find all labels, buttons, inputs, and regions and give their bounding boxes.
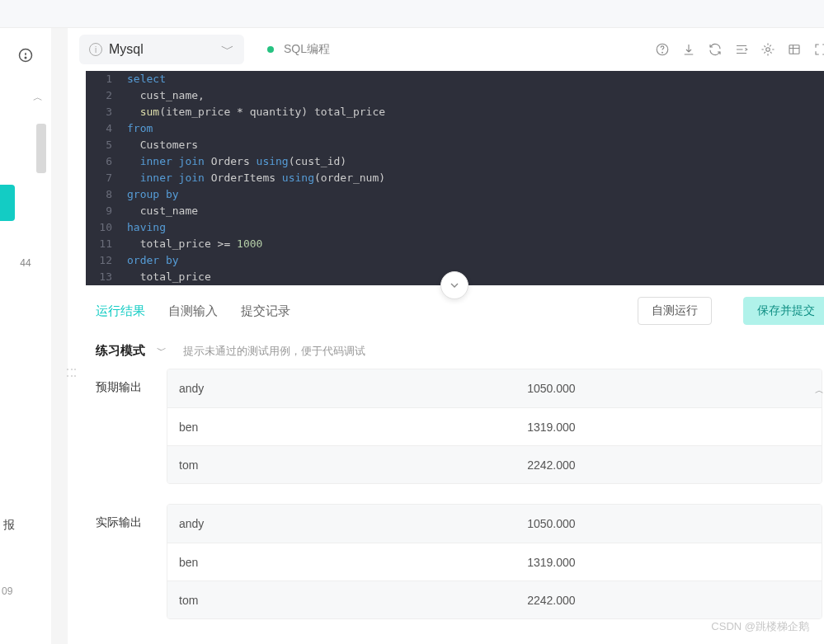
svg-rect-6 bbox=[789, 45, 799, 54]
refresh-icon[interactable] bbox=[707, 41, 723, 58]
code-line: 11 total_price >= 1000 bbox=[86, 236, 824, 252]
table-row: tom2242.000 bbox=[167, 445, 822, 483]
code-line: 12order by bbox=[86, 252, 824, 269]
mode-row: 练习模式 ﹀ 提示未通过的测试用例，便于代码调试 bbox=[68, 336, 824, 369]
left-small-number: 09 bbox=[2, 585, 12, 597]
editor-toolbar: i Mysql ﹀ SQL编程 bbox=[68, 28, 824, 71]
results-area: 预期输出 andy1050.000ben1319.000tom2242.000 … bbox=[68, 369, 824, 639]
left-accent-marker bbox=[0, 185, 15, 221]
download-icon[interactable] bbox=[680, 41, 697, 58]
mode-hint: 提示未通过的测试用例，便于代码调试 bbox=[183, 344, 365, 359]
collapse-handle[interactable] bbox=[440, 271, 469, 299]
status-dot-icon bbox=[267, 46, 274, 53]
svg-point-2 bbox=[25, 57, 26, 59]
code-line: 6 inner join Orders using(cust_id) bbox=[86, 153, 824, 170]
code-line: 4from bbox=[86, 120, 824, 137]
status-text: SQL编程 bbox=[284, 42, 330, 57]
chevron-down-icon: ﹀ bbox=[221, 41, 234, 59]
actual-output-table: andy1050.000ben1319.000tom2242.000 bbox=[167, 504, 822, 619]
svg-point-4 bbox=[662, 52, 663, 53]
database-name: Mysql bbox=[109, 42, 144, 57]
code-line: 3 sum(item_price * quantity) total_price bbox=[86, 104, 824, 120]
code-line: 7 inner join OrderItems using(order_num) bbox=[86, 170, 824, 186]
table-row: andy1050.000 bbox=[167, 505, 822, 543]
alert-icon[interactable] bbox=[16, 48, 35, 68]
chevron-down-icon[interactable]: ﹀ bbox=[157, 344, 167, 358]
mode-label: 练习模式 bbox=[96, 343, 145, 359]
code-line: 1select bbox=[86, 71, 824, 87]
actual-output-label: 实际输出 bbox=[96, 504, 167, 619]
help-icon[interactable] bbox=[654, 41, 671, 58]
info-icon: i bbox=[89, 43, 102, 56]
database-select[interactable]: i Mysql ﹀ bbox=[79, 35, 244, 64]
left-badge: 44 bbox=[0, 257, 51, 269]
expected-output-table: andy1050.000ben1319.000tom2242.000 bbox=[167, 369, 822, 484]
tab-self-test-input[interactable]: 自测输入 bbox=[168, 303, 218, 319]
expected-output-block: 预期输出 andy1050.000ben1319.000tom2242.000 bbox=[96, 369, 824, 484]
table-row: ben1319.000 bbox=[167, 407, 822, 445]
main-panel: i Mysql ﹀ SQL编程 1select2 cust_name,3 sum… bbox=[68, 28, 824, 644]
svg-point-5 bbox=[766, 48, 770, 52]
code-line: 10having bbox=[86, 219, 824, 236]
result-scroll-up-icon[interactable]: ︿ bbox=[815, 384, 824, 397]
code-line: 8group by bbox=[86, 186, 824, 203]
settings-icon[interactable] bbox=[760, 41, 776, 58]
watermark: CSDN @跳楼梯企鹅 bbox=[711, 619, 809, 634]
actual-output-block: 实际输出 andy1050.000ben1319.000tom2242.000 bbox=[96, 504, 824, 619]
table-row: andy1050.000 bbox=[167, 369, 822, 407]
fullscreen-icon[interactable] bbox=[812, 41, 824, 58]
code-line: 9 cust_name bbox=[86, 203, 824, 219]
table-row: ben1319.000 bbox=[167, 543, 822, 581]
table-row: tom2242.000 bbox=[167, 581, 822, 618]
expected-output-label: 预期输出 bbox=[96, 369, 167, 484]
code-editor[interactable]: 1select2 cust_name,3 sum(item_price * qu… bbox=[86, 71, 824, 285]
self-test-button[interactable]: 自测运行 bbox=[638, 297, 712, 325]
top-strip bbox=[0, 0, 824, 28]
left-report-text: 报 bbox=[3, 518, 15, 533]
scrollbar-thumb[interactable] bbox=[36, 124, 46, 173]
format-icon[interactable] bbox=[733, 41, 750, 58]
tab-run-result[interactable]: 运行结果 bbox=[96, 303, 145, 319]
table-icon[interactable] bbox=[786, 41, 803, 58]
code-line: 5 Customers bbox=[86, 137, 824, 153]
save-submit-button[interactable]: 保存并提交 bbox=[743, 297, 824, 325]
tab-submit-history[interactable]: 提交记录 bbox=[241, 303, 290, 319]
editor-container: 1select2 cust_name,3 sum(item_price * qu… bbox=[68, 71, 824, 285]
resize-handle-icon[interactable]: ⋮⋮ bbox=[66, 364, 78, 378]
code-line: 2 cust_name, bbox=[86, 87, 824, 104]
